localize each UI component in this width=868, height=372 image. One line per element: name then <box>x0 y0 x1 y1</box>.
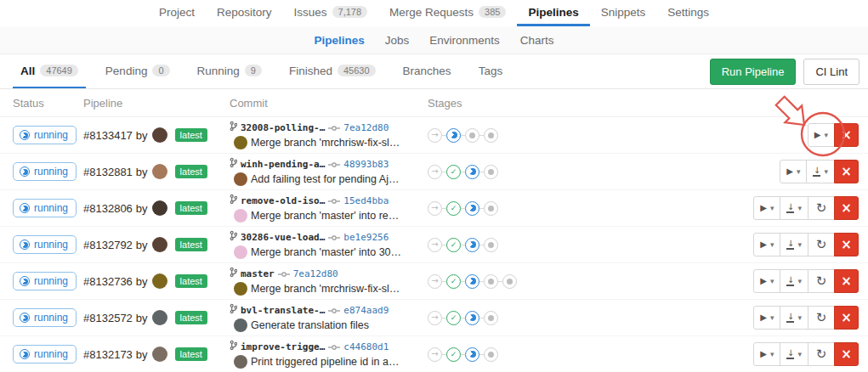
stage-icon-skipped[interactable]: → <box>428 274 442 289</box>
commit-sha-link[interactable]: 7ea12d80 <box>293 268 338 281</box>
nav-settings[interactable]: Settings <box>656 0 720 26</box>
retry-pipeline-button[interactable]: ↻ <box>808 306 835 330</box>
nav-merge-requests[interactable]: Merge Requests385 <box>378 0 517 26</box>
commit-sha-link[interactable]: 48993b83 <box>343 158 389 172</box>
branch-link[interactable]: master <box>241 268 275 281</box>
cancel-pipeline-button[interactable]: × <box>834 123 859 147</box>
status-badge[interactable]: running <box>13 308 77 327</box>
download-artifacts-dropdown-button[interactable]: ↓▾ <box>780 269 808 293</box>
play-dropdown-button[interactable]: ▶▾ <box>808 123 835 147</box>
stage-icon-running[interactable] <box>465 311 479 325</box>
branch-link[interactable]: improve-trigge… <box>241 341 325 354</box>
branch-link[interactable]: winh-pending-a… <box>241 158 325 172</box>
status-badge[interactable]: running <box>13 199 77 217</box>
stage-icon-skipped[interactable]: → <box>428 347 442 362</box>
stage-icon-running[interactable] <box>446 128 461 143</box>
stage-icon-skipped[interactable]: → <box>428 238 442 252</box>
commit-sha-link[interactable]: 7ea12d80 <box>343 121 389 135</box>
commit-message-link[interactable]: Merge branch 'master' into 30… <box>251 245 401 259</box>
stage-icon-skipped[interactable]: → <box>428 201 442 216</box>
play-dropdown-button[interactable]: ▶▾ <box>780 160 807 183</box>
branch-link[interactable]: bvl-translate-… <box>241 304 325 318</box>
stage-icon-created[interactable] <box>484 165 498 179</box>
retry-pipeline-button[interactable]: ↻ <box>808 342 835 366</box>
stage-icon-created[interactable] <box>484 347 498 362</box>
status-badge[interactable]: running <box>13 162 77 181</box>
tab-tags[interactable]: Tags <box>471 54 511 88</box>
branch-link[interactable]: remove-old-iso… <box>241 194 325 208</box>
stage-icon-success[interactable]: ✓ <box>446 238 461 252</box>
branch-link[interactable]: 32008-polling-… <box>241 121 325 135</box>
commit-author-avatar[interactable] <box>234 318 247 332</box>
retry-pipeline-button[interactable]: ↻ <box>808 233 835 256</box>
stage-icon-created[interactable] <box>484 274 498 289</box>
stage-icon-running[interactable] <box>465 201 479 216</box>
cancel-pipeline-button[interactable]: × <box>834 160 859 183</box>
nav-issues[interactable]: Issues7,178 <box>282 0 378 26</box>
pipeline-id-link[interactable]: #8132736 <box>83 275 133 288</box>
stage-icon-running[interactable] <box>465 238 479 252</box>
commit-author-avatar[interactable] <box>234 172 247 186</box>
nav-pipelines[interactable]: Pipelines <box>517 0 589 26</box>
stage-icon-skipped[interactable]: → <box>428 128 442 143</box>
download-artifacts-dropdown-button[interactable]: ↓▾ <box>780 233 808 256</box>
tab-running[interactable]: Running9 <box>190 54 269 88</box>
commit-author-avatar[interactable] <box>234 355 247 369</box>
stage-icon-created[interactable] <box>484 201 498 216</box>
cancel-pipeline-button[interactable]: × <box>834 306 859 330</box>
commit-message-link[interactable]: Print triggered pipeline id in a… <box>251 355 399 369</box>
pipeline-author-avatar[interactable] <box>152 347 167 362</box>
commit-message-link[interactable]: Merge branch 'mrchrisw-fix-sl… <box>251 282 400 296</box>
stage-icon-created[interactable] <box>484 238 498 252</box>
play-dropdown-button[interactable]: ▶▾ <box>753 196 780 220</box>
pipeline-author-avatar[interactable] <box>152 127 167 143</box>
commit-author-avatar[interactable] <box>234 136 247 149</box>
status-badge[interactable]: running <box>13 345 77 364</box>
status-badge[interactable]: running <box>13 272 77 290</box>
cancel-pipeline-button[interactable]: × <box>834 269 859 293</box>
pipeline-author-avatar[interactable] <box>152 200 167 216</box>
download-artifacts-dropdown-button[interactable]: ↓▾ <box>780 342 808 366</box>
stage-icon-created[interactable] <box>502 274 517 289</box>
cancel-pipeline-button[interactable]: × <box>834 233 859 256</box>
retry-pipeline-button[interactable]: ↻ <box>808 269 835 293</box>
pipeline-id-link[interactable]: #8133417 <box>83 129 133 142</box>
stage-icon-skipped[interactable]: → <box>428 311 442 325</box>
nav-snippets[interactable]: Snippets <box>590 0 657 26</box>
commit-sha-link[interactable]: be1e9256 <box>343 231 389 245</box>
play-dropdown-button[interactable]: ▶▾ <box>753 269 780 293</box>
stage-icon-success[interactable]: ✓ <box>446 311 461 325</box>
status-badge[interactable]: running <box>13 235 77 254</box>
pipeline-author-avatar[interactable] <box>152 273 167 289</box>
stage-icon-success[interactable]: ✓ <box>446 347 461 362</box>
pipeline-id-link[interactable]: #8132806 <box>83 202 133 215</box>
play-dropdown-button[interactable]: ▶▾ <box>753 306 780 330</box>
commit-sha-link[interactable]: e874aad9 <box>343 304 389 318</box>
pipeline-id-link[interactable]: #8132792 <box>83 239 133 251</box>
stage-icon-success[interactable]: ✓ <box>446 274 461 289</box>
subnav-jobs[interactable]: Jobs <box>375 26 420 54</box>
stage-icon-running[interactable] <box>465 347 479 362</box>
commit-message-link[interactable]: Merge branch 'mrchrisw-fix-sl… <box>251 136 400 149</box>
tab-pending[interactable]: Pending0 <box>98 54 178 88</box>
pipeline-id-link[interactable]: #8132881 <box>83 166 133 178</box>
tab-branches[interactable]: Branches <box>395 54 459 88</box>
nav-project[interactable]: Project <box>148 0 206 26</box>
stage-icon-created[interactable] <box>484 128 498 143</box>
subnav-environments[interactable]: Environments <box>419 26 510 54</box>
stage-icon-success[interactable]: ✓ <box>446 201 461 216</box>
commit-message-link[interactable]: Merge branch 'master' into re… <box>251 209 399 223</box>
ci-lint-button[interactable]: CI Lint <box>803 59 859 85</box>
commit-sha-link[interactable]: c44680d1 <box>343 341 389 354</box>
commit-message-link[interactable]: Add failing test for pending Aj… <box>251 172 399 186</box>
retry-pipeline-button[interactable]: ↻ <box>808 196 835 220</box>
commit-author-avatar[interactable] <box>234 209 247 223</box>
cancel-pipeline-button[interactable]: × <box>834 342 859 366</box>
tab-all[interactable]: All47649 <box>13 54 86 88</box>
pipeline-author-avatar[interactable] <box>152 164 167 179</box>
run-pipeline-button[interactable]: Run Pipeline <box>710 59 797 85</box>
tab-finished[interactable]: Finished45630 <box>281 54 383 88</box>
stage-icon-created[interactable] <box>465 128 479 143</box>
commit-message-link[interactable]: Generate translation files <box>251 318 369 332</box>
pipeline-id-link[interactable]: #8132572 <box>83 312 133 324</box>
